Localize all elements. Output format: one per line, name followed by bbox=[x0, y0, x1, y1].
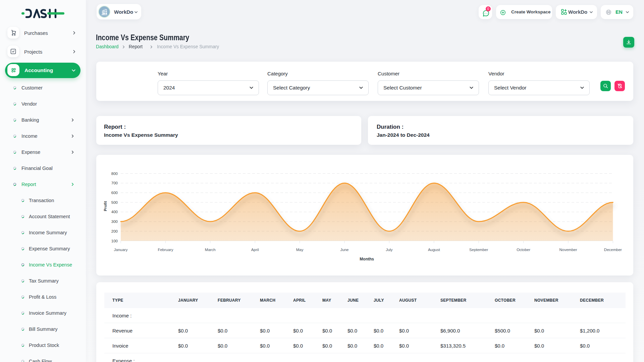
svg-text:Months: Months bbox=[360, 257, 374, 261]
svg-text:February: February bbox=[158, 248, 173, 252]
svg-text:November: November bbox=[559, 248, 577, 252]
svg-text:600: 600 bbox=[111, 191, 118, 195]
svg-text:April: April bbox=[251, 248, 259, 252]
svg-text:May: May bbox=[296, 248, 304, 252]
svg-text:January: January bbox=[114, 248, 128, 252]
svg-text:October: October bbox=[517, 248, 530, 252]
svg-text:400: 400 bbox=[111, 210, 118, 214]
svg-text:Profit: Profit bbox=[103, 201, 107, 211]
svg-text:August: August bbox=[428, 248, 440, 252]
svg-text:200: 200 bbox=[111, 229, 118, 233]
svg-text:June: June bbox=[340, 248, 349, 252]
svg-text:100: 100 bbox=[111, 239, 118, 243]
svg-text:March: March bbox=[205, 248, 216, 252]
svg-text:300: 300 bbox=[111, 220, 118, 224]
svg-text:July: July bbox=[386, 248, 393, 252]
svg-text:700: 700 bbox=[111, 181, 118, 185]
svg-text:800: 800 bbox=[111, 172, 118, 176]
svg-text:September: September bbox=[469, 248, 488, 252]
svg-text:500: 500 bbox=[111, 200, 118, 204]
svg-text:December: December bbox=[604, 248, 622, 252]
